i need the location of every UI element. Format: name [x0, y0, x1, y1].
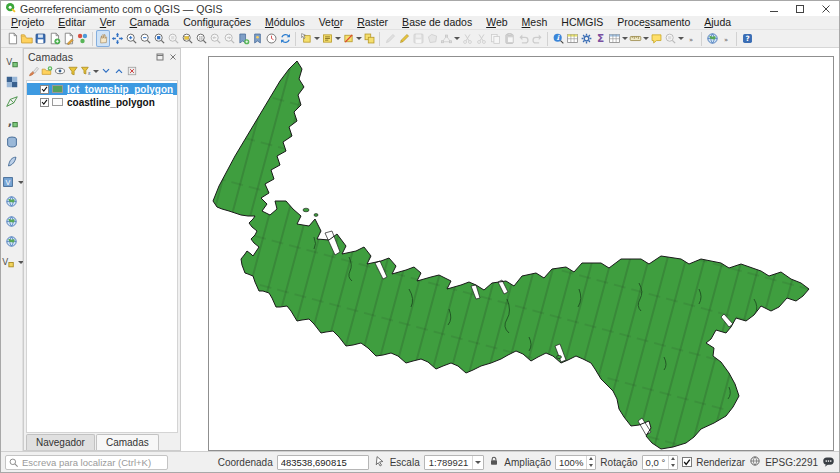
- messages-icon[interactable]: [822, 455, 835, 470]
- locator-input[interactable]: [5, 455, 168, 470]
- menu-camada[interactable]: Camada: [123, 16, 177, 29]
- add-virtual-layer-button[interactable]: V: [0, 172, 17, 191]
- coordinate-input[interactable]: [277, 455, 369, 470]
- layer-visibility-checkbox[interactable]: [40, 98, 49, 107]
- menu-modulos[interactable]: Módulos: [258, 16, 312, 29]
- add-wfs-layer-button[interactable]: [3, 232, 21, 251]
- layer-visibility-checkbox[interactable]: [40, 85, 49, 94]
- help-button[interactable]: ?: [740, 30, 754, 47]
- expand-all-button[interactable]: [99, 64, 112, 79]
- locator-search[interactable]: [5, 455, 168, 470]
- copy-features-button[interactable]: [488, 30, 502, 47]
- open-project-button[interactable]: [19, 30, 33, 47]
- add-delimited-text-layer-button[interactable]: ,: [3, 112, 21, 131]
- layer-row-coastline_polygon[interactable]: coastline_polygon: [27, 96, 177, 108]
- menu-vetor[interactable]: Vetor: [312, 16, 351, 29]
- close-button[interactable]: [813, 1, 839, 16]
- toolbar-overflow-button[interactable]: »: [684, 30, 698, 47]
- menu-web[interactable]: Web: [479, 16, 514, 29]
- hcmgis-overflow-button[interactable]: »: [719, 30, 733, 47]
- pan-map-button[interactable]: [96, 30, 110, 47]
- processing-toolbox-button[interactable]: [579, 30, 593, 47]
- scale-combo[interactable]: 1:789921: [424, 455, 485, 470]
- zoom-to-native-resolution-button[interactable]: [194, 30, 208, 47]
- rotation-spinbox[interactable]: 0,0 °: [642, 455, 679, 470]
- zoom-in-button[interactable]: [124, 30, 138, 47]
- select-features-by-value-button[interactable]: [320, 30, 334, 47]
- menu-base-de-dados[interactable]: Base de dados: [395, 16, 479, 29]
- new-shapefile-layer-button[interactable]: V: [0, 252, 17, 271]
- refresh-map-button[interactable]: [278, 30, 292, 47]
- show-layout-manager-button[interactable]: [61, 30, 75, 47]
- collapse-all-button[interactable]: [112, 64, 125, 79]
- scale-dropdown-icon[interactable]: [472, 456, 483, 469]
- add-group-button[interactable]: [40, 64, 53, 79]
- menu-editar[interactable]: Editar: [51, 16, 92, 29]
- magnifier-spinbox[interactable]: 100%: [555, 455, 596, 470]
- menu-projeto[interactable]: Projeto: [4, 16, 51, 29]
- panel-tab-navegador[interactable]: Navegador: [26, 434, 95, 450]
- filter-by-expression-button[interactable]: ε: [79, 64, 92, 79]
- vertex-tool-dropdown[interactable]: [453, 30, 460, 47]
- add-wms-wmts-layer-button[interactable]: [3, 192, 21, 211]
- map-canvas[interactable]: [208, 56, 834, 451]
- measure-line-dropdown[interactable]: [642, 30, 649, 47]
- open-attribute-table-button[interactable]: [565, 30, 579, 47]
- lock-scale-icon[interactable]: [488, 455, 500, 469]
- open-field-calculator-dropdown[interactable]: [621, 30, 628, 47]
- mouse-tracking-icon[interactable]: [373, 455, 386, 470]
- add-mesh-layer-button[interactable]: [3, 92, 21, 111]
- open-field-calculator-button[interactable]: [607, 30, 621, 47]
- zoom-full-button[interactable]: [152, 30, 166, 47]
- paste-features-button[interactable]: [502, 30, 516, 47]
- filter-by-expression-dropdown[interactable]: [92, 63, 99, 80]
- maximize-button[interactable]: [787, 1, 813, 16]
- menu-hcmgis[interactable]: HCMGIS: [554, 16, 610, 29]
- manage-map-themes-button[interactable]: [53, 64, 66, 79]
- zoom-to-selected-button[interactable]: [663, 30, 677, 47]
- minimize-button[interactable]: [761, 1, 787, 16]
- zoom-last-button[interactable]: [208, 30, 222, 47]
- layer-row-lot_township_polygon[interactable]: lot_township_polygon: [27, 83, 177, 95]
- render-checkbox[interactable]: [682, 457, 692, 467]
- panel-float-button[interactable]: [154, 51, 165, 62]
- hcmgis-tools-button[interactable]: [705, 30, 719, 47]
- select-features-dropdown[interactable]: [313, 30, 320, 47]
- save-project-button[interactable]: [33, 30, 47, 47]
- add-polygon-feature-button[interactable]: [425, 30, 439, 47]
- menu-configuracoes[interactable]: Configurações: [176, 16, 258, 29]
- add-spatialite-layer-button[interactable]: [3, 152, 21, 171]
- delete-selected-button[interactable]: [460, 30, 474, 47]
- save-layer-edits-button[interactable]: [411, 30, 425, 47]
- zoom-to-layer-button[interactable]: [180, 30, 194, 47]
- deselect-features-button[interactable]: [341, 30, 355, 47]
- menu-mesh[interactable]: Mesh: [515, 16, 555, 29]
- show-map-tips-button[interactable]: [649, 30, 663, 47]
- identify-features-button[interactable]: i: [551, 30, 565, 47]
- zoom-to-selected-dropdown[interactable]: [677, 30, 684, 47]
- zoom-to-selection-button[interactable]: [166, 30, 180, 47]
- style-manager-button[interactable]: [75, 30, 89, 47]
- crs-globe-icon[interactable]: [749, 455, 761, 469]
- magnifier-down-icon[interactable]: [587, 462, 595, 469]
- toggle-editing-button[interactable]: [397, 30, 411, 47]
- new-spatial-bookmark-button[interactable]: [236, 30, 250, 47]
- new-print-layout-button[interactable]: [47, 30, 61, 47]
- menu-ajuda[interactable]: Ajuda: [697, 16, 738, 29]
- select-features-by-value-dropdown[interactable]: [334, 30, 341, 47]
- statistical-summary-button[interactable]: Σ: [593, 30, 607, 47]
- menu-ver[interactable]: Ver: [93, 16, 123, 29]
- remove-layer-button[interactable]: [125, 64, 138, 79]
- measure-line-button[interactable]: [628, 30, 642, 47]
- pan-to-selection-button[interactable]: [110, 30, 124, 47]
- select-features-button[interactable]: [299, 30, 313, 47]
- menu-processamento[interactable]: Processamento: [610, 16, 697, 29]
- add-postgis-layer-button[interactable]: [3, 132, 21, 151]
- select-all-features-button[interactable]: [362, 30, 376, 47]
- panel-tab-camadas[interactable]: Camadas: [96, 434, 159, 450]
- add-wcs-layer-button[interactable]: [3, 212, 21, 231]
- undo-button[interactable]: [516, 30, 530, 47]
- temporal-controller-button[interactable]: [264, 30, 278, 47]
- new-project-button[interactable]: [5, 30, 19, 47]
- current-edits-button[interactable]: [383, 30, 397, 47]
